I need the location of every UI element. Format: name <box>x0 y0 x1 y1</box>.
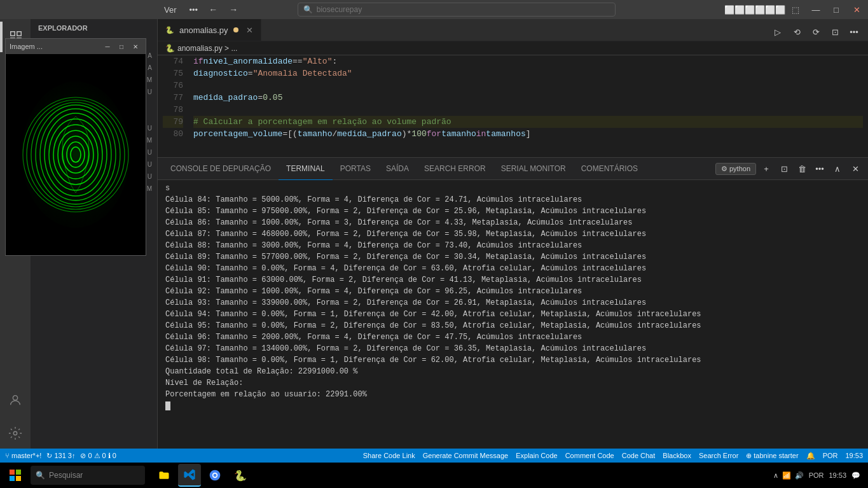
terminal-tab-serial[interactable]: SERIAL MONITOR <box>493 158 574 180</box>
status-explain-code[interactable]: Explain Code <box>516 452 557 459</box>
terminal-output[interactable]: sCélula 84: Tamanho = 5000.00%, Forma = … <box>158 180 868 437</box>
terminal-line: Célula 98: Tamanho = 0.00%, Forma = 1, D… <box>165 354 860 366</box>
code-line <box>193 104 863 116</box>
code-line <box>193 80 863 92</box>
line-number: 77 <box>163 92 183 104</box>
file-badge: U <box>148 149 152 156</box>
close-vscode-btn[interactable]: ✕ <box>848 1 865 18</box>
layout-btn-3[interactable]: ⬜⬜ <box>766 1 784 18</box>
history-btn[interactable]: ⟲ <box>788 23 806 41</box>
status-sync[interactable]: ↻ 131 3↑ <box>46 452 75 460</box>
tray-network-icon: 📶 <box>782 471 791 480</box>
menu-ver[interactable]: Ver <box>158 0 183 19</box>
taskbar-search[interactable]: 🔍 Pesquisar <box>31 466 145 485</box>
file-badge: U <box>148 161 152 168</box>
taskbar-time[interactable]: 19:53 <box>829 471 846 479</box>
taskbar-search-icon: 🔍 <box>36 471 45 480</box>
floating-image-window[interactable]: Imagem ... ─ □ ✕ <box>5 38 146 256</box>
nav-back-btn[interactable]: ← <box>204 1 222 18</box>
terminal-tab-console[interactable]: CONSOLE DE DEPURAÇÃO <box>163 158 279 180</box>
taskbar-file-explorer[interactable] <box>153 464 176 487</box>
terminal-tab-terminal[interactable]: TERMINAL <box>279 158 333 180</box>
svg-point-22 <box>13 396 17 400</box>
maximize-vscode-btn[interactable]: □ <box>827 1 845 18</box>
status-generate-commit-label: Generate Commit Message <box>423 452 509 459</box>
line-number: 76 <box>163 80 183 92</box>
taskbar-vscode[interactable] <box>178 464 201 487</box>
status-share-code[interactable]: Share Code Link <box>363 452 415 459</box>
sync-btn[interactable]: ⟳ <box>807 23 825 41</box>
terminal-more-btn[interactable]: ••• <box>812 161 827 176</box>
layout-btn-4[interactable]: ⬚ <box>787 1 804 18</box>
editor-tab-bar: 🐍 anomalias.py ✕ ▷ ⟲ ⟳ ⊡ ••• <box>158 19 868 41</box>
taskbar-search-placeholder: Pesquisar <box>49 471 83 480</box>
search-bar[interactable]: 🔍 <box>298 3 616 17</box>
taskbar-lang[interactable]: POR <box>809 471 824 479</box>
nav-forward-btn[interactable]: → <box>224 1 242 18</box>
svg-rect-26 <box>10 476 15 481</box>
sidebar-header: EXPLORADOR <box>31 19 157 37</box>
tab-unsaved-dot <box>233 27 238 32</box>
floating-minimize-btn[interactable]: ─ <box>101 40 114 53</box>
terminal-line: Célula 94: Tamanho = 0.00%, Forma = 1, D… <box>165 309 860 320</box>
search-input[interactable] <box>317 5 610 14</box>
layout-btn-1[interactable]: ⬜⬜ <box>726 1 743 18</box>
status-errors[interactable]: ⊘ 0 ⚠ 0 ℹ 0 <box>80 452 116 460</box>
terminal-python-btn[interactable]: ⚙ python <box>715 163 756 175</box>
terminal-tab-search-error[interactable]: SEARCH ERROR <box>417 158 493 180</box>
status-search-error[interactable]: Search Error <box>699 452 738 459</box>
taskbar-chrome[interactable] <box>203 464 226 487</box>
editor-tab-anomalias[interactable]: 🐍 anomalias.py ✕ <box>158 19 261 41</box>
run-btn[interactable]: ▷ <box>769 23 787 41</box>
terminal-tab-ports[interactable]: PORTAS <box>333 158 378 180</box>
status-tabnine[interactable]: ⊕ tabnine starter <box>746 452 798 460</box>
start-button[interactable] <box>3 463 28 488</box>
status-code-chat[interactable]: Code Chat <box>622 452 656 459</box>
terminal-tab-output[interactable]: SAÍDA <box>378 158 417 180</box>
tabnine-icon: ⊕ <box>746 452 752 460</box>
tab-close-btn[interactable]: ✕ <box>246 25 253 35</box>
terminal-line: Célula 92: Tamanho = 1000.00%, Forma = 4… <box>165 286 860 297</box>
menu-bar: Ver ••• ← → 🔍 ⬜⬜ ⬜⬜ ⬜⬜ ⬚ — □ ✕ <box>0 0 868 19</box>
status-branch-label: master*+! <box>11 452 41 459</box>
svg-rect-14 <box>11 32 15 36</box>
status-share-code-label: Share Code Link <box>363 452 415 459</box>
status-notifications[interactable]: 🔔 <box>806 452 815 460</box>
file-badge: U <box>148 88 152 95</box>
status-errors-label: 0 <box>88 452 92 459</box>
activity-account[interactable] <box>0 385 31 415</box>
taskbar-python[interactable]: 🐍 <box>229 464 252 487</box>
taskbar-tray: ∧ 📶 🔊 <box>773 471 804 480</box>
split-editor-btn[interactable]: ⊡ <box>826 23 844 41</box>
terminal-tab-bar: CONSOLE DE DEPURAÇÃO TERMINAL PORTAS SAÍ… <box>158 158 868 180</box>
file-badge: M <box>147 185 152 192</box>
floating-close-btn[interactable]: ✕ <box>129 40 142 53</box>
menu-more[interactable]: ••• <box>183 0 205 19</box>
terminal-trash-btn[interactable]: 🗑 <box>794 161 809 176</box>
terminal-cursor <box>165 401 170 410</box>
warning-icon: ⚠ <box>94 452 100 460</box>
terminal-add-btn[interactable]: + <box>759 161 774 176</box>
file-badge: U <box>148 173 152 180</box>
code-line: diagnostico = "Anomalia Detectada" <box>193 67 863 80</box>
line-number: 75 <box>163 67 183 80</box>
minimize-vscode-btn[interactable]: — <box>807 1 825 18</box>
status-lang[interactable]: POR <box>823 452 838 459</box>
status-branch[interactable]: ⑂ master*+! <box>5 452 41 459</box>
terminal-close-btn[interactable]: ✕ <box>848 161 863 176</box>
code-content[interactable]: if nivel_anormalidade == "Alto": diagnos… <box>188 55 868 157</box>
status-blackbox[interactable]: Blackbox <box>663 452 691 459</box>
activity-settings[interactable] <box>0 418 31 449</box>
status-generate-commit[interactable]: Generate Commit Message <box>423 452 509 459</box>
line-number: 79 <box>163 116 183 128</box>
terminal-collapse-btn[interactable]: ∧ <box>830 161 845 176</box>
info-icon: ℹ <box>108 452 111 460</box>
terminal-line: s <box>165 183 860 194</box>
floating-maximize-btn[interactable]: □ <box>115 40 128 53</box>
terminal-split-btn[interactable]: ⊡ <box>776 161 792 176</box>
tray-notification-icon: 💬 <box>851 471 860 480</box>
terminal-tab-comments[interactable]: COMENTÁRIOS <box>574 158 645 180</box>
layout-btn-2[interactable]: ⬜⬜ <box>746 1 764 18</box>
status-comment-code[interactable]: Comment Code <box>565 452 614 459</box>
more-actions-btn[interactable]: ••• <box>845 23 863 41</box>
